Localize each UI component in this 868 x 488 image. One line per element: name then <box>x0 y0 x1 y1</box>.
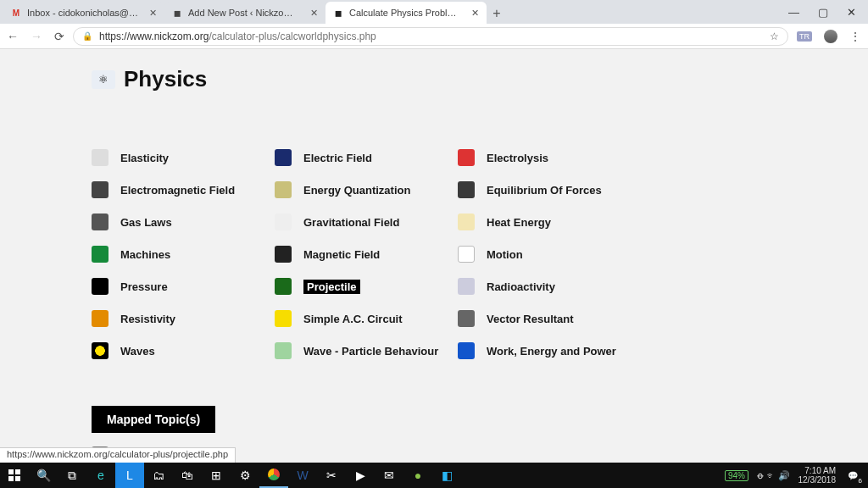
tab-close-icon[interactable]: ✕ <box>309 8 319 18</box>
browser-tab[interactable]: ◼Calculate Physics Problems✕ <box>326 2 487 24</box>
topic-link[interactable]: Work, Energy and Power <box>458 341 678 360</box>
taskbar-app-chrome[interactable] <box>259 463 288 488</box>
address-bar[interactable]: 🔒 https://www.nickzom.org/calculator-plu… <box>73 27 788 46</box>
tab-close-icon[interactable]: ✕ <box>147 8 158 18</box>
topic-icon <box>275 181 292 198</box>
topic-link[interactable]: Energy Quantization <box>275 180 458 199</box>
tab-close-icon[interactable]: ✕ <box>470 8 480 18</box>
topic-link[interactable]: Electromagnetic Field <box>92 180 275 199</box>
start-button[interactable] <box>0 463 29 488</box>
topic-link[interactable]: Projectile <box>275 277 458 296</box>
topic-icon <box>275 310 292 327</box>
taskbar-app-settings[interactable]: ⚙ <box>231 463 259 488</box>
browser-tab[interactable]: ◼Add New Post ‹ Nickzom Blog —✕ <box>164 2 326 24</box>
taskbar-app-generic-1[interactable]: L <box>115 463 144 488</box>
svg-rect-3 <box>15 476 20 481</box>
topic-icon <box>458 310 475 327</box>
topic-link[interactable]: Equilibrium Of Forces <box>458 180 678 199</box>
topic-link[interactable]: Heat Energy <box>458 213 678 231</box>
battery-indicator[interactable]: 94% <box>725 470 748 481</box>
topic-link[interactable]: Gas Laws <box>92 213 275 231</box>
topic-link[interactable]: Vector Resultant <box>458 309 678 328</box>
topic-label: Work, Energy and Power <box>487 345 616 358</box>
taskbar-app-edge[interactable]: e <box>86 463 115 488</box>
topic-label: Electromagnetic Field <box>120 184 235 197</box>
topic-label: Electrolysis <box>487 152 548 164</box>
windows-taskbar: 🔍 ⧉ e L 🗂 🛍 ⊞ ⚙ W ✂ ▶ ✉ ● ◧ 94% ꝋ ᯤ 🔊 7:… <box>0 463 868 488</box>
maximize-button[interactable]: ▢ <box>818 6 828 19</box>
minimize-button[interactable]: — <box>788 6 799 19</box>
topic-icon <box>458 214 475 230</box>
topic-icon <box>275 342 292 359</box>
topic-icon <box>275 246 292 263</box>
topic-link[interactable]: Gravitational Field <box>275 213 458 231</box>
back-button[interactable]: ← <box>7 30 19 43</box>
taskbar-clock[interactable]: 7:10 AM 12/3/2018 <box>798 466 837 485</box>
topic-label: Waves <box>120 345 155 358</box>
topic-icon <box>92 310 108 327</box>
topic-icon <box>92 342 108 359</box>
taskbar-app-generic-3[interactable]: ◧ <box>432 463 461 488</box>
topic-label: Resistivity <box>120 313 175 325</box>
topic-label: Projectile <box>303 280 360 294</box>
topic-icon <box>458 149 475 166</box>
tab-label: Inbox - cidokonicholas@gmail.c <box>27 8 139 18</box>
browser-menu-icon[interactable]: ⋮ <box>849 30 861 43</box>
task-view-icon[interactable]: ⧉ <box>58 463 86 488</box>
topic-link[interactable]: Motion <box>458 245 678 263</box>
topic-link[interactable]: Radioactivity <box>458 277 678 296</box>
topic-link[interactable]: Electrolysis <box>458 148 678 167</box>
topic-icon <box>92 181 108 198</box>
topic-link[interactable]: Machines <box>92 245 275 263</box>
tab-favicon: M <box>10 7 22 19</box>
topic-icon <box>458 342 475 359</box>
profile-avatar[interactable] <box>824 30 837 43</box>
topic-link[interactable]: Wave - Particle Behaviour <box>275 341 458 360</box>
topic-icon <box>92 246 108 263</box>
topic-icon <box>275 214 292 230</box>
topic-icon <box>275 149 292 166</box>
browser-tab[interactable]: MInbox - cidokonicholas@gmail.c✕ <box>3 2 164 24</box>
topic-link[interactable]: Pressure <box>92 277 275 296</box>
topic-icon <box>92 149 108 166</box>
taskbar-app-store[interactable]: 🛍 <box>173 463 202 488</box>
taskbar-app-generic-2[interactable]: ● <box>403 463 432 488</box>
topic-link[interactable]: Elasticity <box>92 148 275 167</box>
topic-link[interactable]: Simple A.C. Circuit <box>275 309 458 328</box>
topic-link[interactable]: Resistivity <box>92 309 275 328</box>
topic-icon <box>92 278 108 295</box>
lock-icon: 🔒 <box>82 31 92 41</box>
topic-link[interactable]: Electric Field <box>275 148 458 167</box>
topic-label: Heat Energy <box>487 216 551 229</box>
bookmark-star-icon[interactable]: ☆ <box>770 30 779 42</box>
action-center-icon[interactable]: 💬 <box>844 467 861 484</box>
reload-button[interactable]: ⟳ <box>54 30 64 43</box>
topic-label: Gravitational Field <box>303 216 399 229</box>
extension-icon[interactable]: TR <box>797 31 812 42</box>
taskbar-app-snip[interactable]: ✂ <box>317 463 346 488</box>
browser-toolbar: ← → ⟳ 🔒 https://www.nickzom.org/calculat… <box>0 24 868 49</box>
topic-label: Radioactivity <box>487 280 555 293</box>
tray-icons[interactable]: ꝋ ᯤ 🔊 <box>757 470 790 481</box>
forward-button[interactable]: → <box>31 30 42 43</box>
mapped-topics-heading: Mapped Topic(s) <box>92 406 215 433</box>
topic-label: Vector Resultant <box>487 313 574 325</box>
taskbar-app-media[interactable]: ▶ <box>346 463 375 488</box>
new-tab-button[interactable]: + <box>487 3 507 24</box>
tab-label: Add New Post ‹ Nickzom Blog — <box>188 8 300 18</box>
topic-label: Pressure <box>120 280 168 293</box>
taskbar-app-file-explorer[interactable]: 🗂 <box>144 463 173 488</box>
tab-favicon: ◼ <box>332 7 344 19</box>
close-window-button[interactable]: ✕ <box>847 6 856 19</box>
taskbar-app-calculator[interactable]: ⊞ <box>202 463 231 488</box>
page-logo-icon: ⚛ <box>92 70 115 89</box>
topic-link[interactable]: Magnetic Field <box>275 245 458 263</box>
topics-grid: ElasticityElectric FieldElectrolysisElec… <box>92 148 868 360</box>
tab-favicon: ◼ <box>171 7 183 19</box>
taskbar-app-word[interactable]: W <box>288 463 317 488</box>
topic-label: Magnetic Field <box>303 248 380 261</box>
topic-link[interactable]: Waves <box>92 341 275 360</box>
taskbar-app-mail[interactable]: ✉ <box>375 463 403 488</box>
taskbar-search-icon[interactable]: 🔍 <box>29 463 58 488</box>
topic-label: Equilibrium Of Forces <box>487 184 602 197</box>
